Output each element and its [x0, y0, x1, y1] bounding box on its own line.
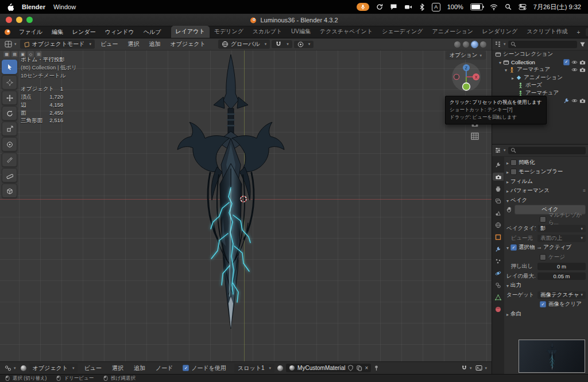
- tab-render-properties[interactable]: [493, 173, 504, 181]
- tab-uv-editing[interactable]: UV編集: [287, 26, 315, 38]
- 3d-viewport[interactable]: ▦ ▤ ▣ ◇ ⊞ ボトム・平行投影 (80) Collection | 低ポリ…: [0, 50, 492, 361]
- input-source-icon[interactable]: A: [432, 3, 440, 11]
- outliner-search-input[interactable]: [508, 41, 577, 48]
- chevron-down-icon[interactable]: [506, 197, 509, 204]
- minimize-window-button[interactable]: [16, 17, 22, 23]
- panel-motion-blur[interactable]: モーションブラー: [506, 167, 586, 177]
- selected-to-active-row[interactable]: 選択物 → アクティブ: [506, 243, 586, 253]
- copy-material-icon[interactable]: [356, 365, 362, 371]
- tab-output-properties[interactable]: [493, 185, 504, 193]
- render-preview-thumbnail[interactable]: [519, 340, 585, 373]
- chevron-right-icon[interactable]: [506, 178, 509, 185]
- panel-performance[interactable]: パフォーマンス ≡: [506, 186, 586, 196]
- menu-render[interactable]: レンダー: [68, 27, 100, 37]
- vp-menu-select[interactable]: 選択: [123, 39, 143, 49]
- bake-type-dropdown[interactable]: 影: [537, 225, 586, 232]
- chevron-down-icon[interactable]: [506, 244, 509, 251]
- menu-window[interactable]: ウィンドウ: [101, 27, 138, 37]
- chevron-right-icon[interactable]: [506, 188, 509, 194]
- use-nodes-checkbox[interactable]: [183, 365, 189, 371]
- tab-data-properties[interactable]: [493, 293, 504, 301]
- vp-menu-add[interactable]: 追加: [145, 39, 164, 49]
- search-icon[interactable]: [505, 3, 512, 10]
- tab-animation[interactable]: アニメーション: [427, 26, 477, 38]
- chevron-right-icon[interactable]: [506, 159, 509, 166]
- shader-menu-node[interactable]: ノード: [152, 363, 177, 373]
- simplify-checkbox[interactable]: [510, 159, 517, 166]
- filter-icon[interactable]: [579, 41, 586, 48]
- tab-layout[interactable]: レイアウト: [171, 26, 210, 38]
- select-box-tool[interactable]: [2, 60, 17, 74]
- close-window-button[interactable]: [6, 17, 12, 23]
- tab-viewlayer-properties[interactable]: [493, 197, 504, 205]
- tab-material-properties[interactable]: [493, 305, 504, 313]
- shader-menu-select[interactable]: 選択: [108, 363, 127, 373]
- outliner-row-scene-collection[interactable]: シーンコレクション: [492, 50, 588, 59]
- add-workspace-button[interactable]: +: [572, 28, 585, 38]
- tab-physics-properties[interactable]: [493, 269, 504, 277]
- editor-type-icon[interactable]: [3, 41, 18, 48]
- snapping-widget[interactable]: [461, 365, 472, 371]
- outliner-row-pose[interactable]: ポーズ: [492, 81, 588, 89]
- control-center-icon[interactable]: [519, 3, 527, 10]
- bluetooth-icon[interactable]: [419, 3, 425, 11]
- shading-rendered-toggle[interactable]: [480, 41, 486, 48]
- panel-bake[interactable]: ベイク: [506, 196, 586, 205]
- menubar-clock[interactable]: 7月26日(土) 9:32: [533, 3, 581, 11]
- transform-tool[interactable]: [2, 137, 17, 151]
- add-cube-tool[interactable]: [2, 184, 17, 198]
- outliner-editor-icon[interactable]: [494, 41, 506, 48]
- tool-options-dropdown[interactable]: オプション: [446, 51, 486, 60]
- tab-shading[interactable]: シェーディング: [377, 26, 427, 38]
- backdrop-widget[interactable]: [475, 365, 487, 371]
- video-icon[interactable]: [404, 3, 412, 10]
- render-camera-icon[interactable]: [579, 59, 586, 65]
- properties-editor-icon[interactable]: [494, 147, 506, 154]
- panel-margin[interactable]: 余白: [506, 309, 586, 319]
- tab-modifier-properties[interactable]: [493, 245, 504, 253]
- chevron-down-icon[interactable]: [505, 67, 507, 73]
- cage-checkbox[interactable]: [540, 254, 546, 260]
- sword-model[interactable]: [173, 51, 288, 338]
- panel-output[interactable]: 出力: [506, 281, 586, 291]
- shading-material-toggle[interactable]: [471, 41, 478, 48]
- material-slot-selector[interactable]: スロット1: [234, 364, 274, 373]
- tab-tool-properties[interactable]: [493, 161, 504, 169]
- measure-tool[interactable]: [2, 168, 17, 182]
- tab-modeling[interactable]: モデリング: [210, 26, 248, 38]
- shading-wireframe-toggle[interactable]: [454, 41, 461, 48]
- shading-solid-toggle[interactable]: [463, 41, 469, 48]
- material-name-field[interactable]: MyCustomMaterial ×: [286, 364, 371, 372]
- tab-constraint-properties[interactable]: [493, 281, 504, 289]
- motion-blur-checkbox[interactable]: [510, 169, 517, 175]
- wifi-icon[interactable]: [490, 3, 498, 10]
- tab-object-properties[interactable]: [493, 233, 504, 241]
- modifier-wrench-icon[interactable]: [563, 98, 570, 104]
- mic-indicator-icon[interactable]: [357, 3, 369, 11]
- app-menu[interactable]: Blender: [22, 3, 45, 10]
- zoom-window-button[interactable]: [26, 17, 33, 23]
- blender-menu-icon[interactable]: [3, 29, 11, 36]
- collection-checkbox[interactable]: [563, 59, 570, 65]
- outliner-row-collection[interactable]: Collection: [492, 59, 588, 67]
- tab-scene-properties[interactable]: [493, 209, 504, 217]
- toggle-ortho-icon[interactable]: [471, 132, 479, 140]
- extrusion-value-field[interactable]: 0 m: [537, 263, 586, 270]
- render-camera-icon[interactable]: [579, 98, 586, 104]
- selected-to-active-checkbox[interactable]: [510, 244, 517, 251]
- apple-icon[interactable]: [7, 3, 14, 11]
- tab-sculpting[interactable]: スカルプト: [248, 26, 287, 38]
- vp-menu-object[interactable]: オブジェクト: [166, 39, 209, 49]
- rotate-tool[interactable]: [2, 106, 17, 120]
- multires-checkbox[interactable]: [540, 216, 546, 223]
- mode-selector[interactable]: オブジェクトモード: [20, 40, 95, 49]
- tab-texture-paint[interactable]: テクスチャペイント: [315, 26, 377, 38]
- panel-film[interactable]: フィルム: [506, 177, 586, 186]
- use-nodes-toggle[interactable]: ノードを使用: [183, 364, 226, 372]
- clear-image-checkbox[interactable]: [540, 301, 546, 307]
- menu-help[interactable]: ヘルプ: [140, 27, 165, 37]
- tab-rendering[interactable]: レンダリング: [478, 26, 522, 38]
- grid-mini-icon[interactable]: ▦: [3, 51, 10, 57]
- outliner-row-animation[interactable]: アニメーション: [492, 74, 588, 82]
- panel-menu-icon[interactable]: ≡: [583, 188, 586, 193]
